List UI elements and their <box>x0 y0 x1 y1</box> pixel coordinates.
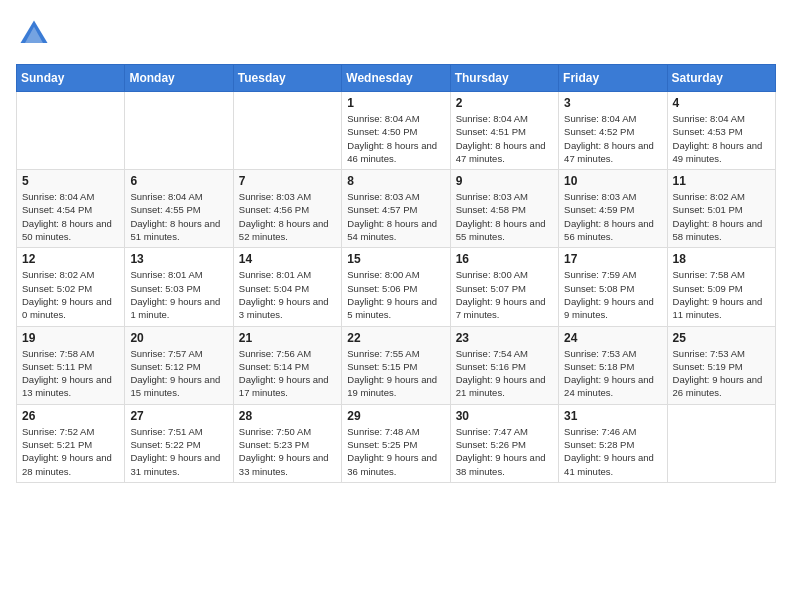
day-cell <box>17 92 125 170</box>
day-number: 21 <box>239 331 336 345</box>
day-cell <box>233 92 341 170</box>
day-number: 17 <box>564 252 661 266</box>
week-row-2: 5Sunrise: 8:04 AMSunset: 4:54 PMDaylight… <box>17 170 776 248</box>
day-cell <box>667 404 775 482</box>
column-header-saturday: Saturday <box>667 65 775 92</box>
day-number: 10 <box>564 174 661 188</box>
day-info: Sunrise: 7:58 AMSunset: 5:09 PMDaylight:… <box>673 268 770 321</box>
day-number: 13 <box>130 252 227 266</box>
day-cell: 18Sunrise: 7:58 AMSunset: 5:09 PMDayligh… <box>667 248 775 326</box>
logo-icon <box>16 16 52 52</box>
day-cell: 14Sunrise: 8:01 AMSunset: 5:04 PMDayligh… <box>233 248 341 326</box>
day-cell: 8Sunrise: 8:03 AMSunset: 4:57 PMDaylight… <box>342 170 450 248</box>
day-info: Sunrise: 7:48 AMSunset: 5:25 PMDaylight:… <box>347 425 444 478</box>
day-cell: 11Sunrise: 8:02 AMSunset: 5:01 PMDayligh… <box>667 170 775 248</box>
day-cell: 17Sunrise: 7:59 AMSunset: 5:08 PMDayligh… <box>559 248 667 326</box>
day-info: Sunrise: 8:03 AMSunset: 4:58 PMDaylight:… <box>456 190 553 243</box>
day-cell: 6Sunrise: 8:04 AMSunset: 4:55 PMDaylight… <box>125 170 233 248</box>
day-cell: 16Sunrise: 8:00 AMSunset: 5:07 PMDayligh… <box>450 248 558 326</box>
day-info: Sunrise: 8:03 AMSunset: 4:57 PMDaylight:… <box>347 190 444 243</box>
day-info: Sunrise: 7:46 AMSunset: 5:28 PMDaylight:… <box>564 425 661 478</box>
day-info: Sunrise: 7:57 AMSunset: 5:12 PMDaylight:… <box>130 347 227 400</box>
day-number: 20 <box>130 331 227 345</box>
day-info: Sunrise: 8:04 AMSunset: 4:54 PMDaylight:… <box>22 190 119 243</box>
day-cell: 25Sunrise: 7:53 AMSunset: 5:19 PMDayligh… <box>667 326 775 404</box>
column-header-friday: Friday <box>559 65 667 92</box>
day-info: Sunrise: 8:03 AMSunset: 4:59 PMDaylight:… <box>564 190 661 243</box>
day-number: 15 <box>347 252 444 266</box>
day-cell: 7Sunrise: 8:03 AMSunset: 4:56 PMDaylight… <box>233 170 341 248</box>
day-cell: 20Sunrise: 7:57 AMSunset: 5:12 PMDayligh… <box>125 326 233 404</box>
day-cell: 29Sunrise: 7:48 AMSunset: 5:25 PMDayligh… <box>342 404 450 482</box>
day-number: 26 <box>22 409 119 423</box>
day-number: 19 <box>22 331 119 345</box>
column-header-tuesday: Tuesday <box>233 65 341 92</box>
day-info: Sunrise: 7:55 AMSunset: 5:15 PMDaylight:… <box>347 347 444 400</box>
day-cell: 10Sunrise: 8:03 AMSunset: 4:59 PMDayligh… <box>559 170 667 248</box>
day-info: Sunrise: 7:53 AMSunset: 5:18 PMDaylight:… <box>564 347 661 400</box>
day-cell: 26Sunrise: 7:52 AMSunset: 5:21 PMDayligh… <box>17 404 125 482</box>
week-row-4: 19Sunrise: 7:58 AMSunset: 5:11 PMDayligh… <box>17 326 776 404</box>
day-cell: 19Sunrise: 7:58 AMSunset: 5:11 PMDayligh… <box>17 326 125 404</box>
day-cell: 5Sunrise: 8:04 AMSunset: 4:54 PMDaylight… <box>17 170 125 248</box>
day-cell: 31Sunrise: 7:46 AMSunset: 5:28 PMDayligh… <box>559 404 667 482</box>
day-number: 24 <box>564 331 661 345</box>
week-row-1: 1Sunrise: 8:04 AMSunset: 4:50 PMDaylight… <box>17 92 776 170</box>
day-info: Sunrise: 7:54 AMSunset: 5:16 PMDaylight:… <box>456 347 553 400</box>
day-cell: 30Sunrise: 7:47 AMSunset: 5:26 PMDayligh… <box>450 404 558 482</box>
day-cell: 21Sunrise: 7:56 AMSunset: 5:14 PMDayligh… <box>233 326 341 404</box>
day-number: 1 <box>347 96 444 110</box>
day-info: Sunrise: 7:51 AMSunset: 5:22 PMDaylight:… <box>130 425 227 478</box>
day-cell: 13Sunrise: 8:01 AMSunset: 5:03 PMDayligh… <box>125 248 233 326</box>
calendar-header-row: SundayMondayTuesdayWednesdayThursdayFrid… <box>17 65 776 92</box>
day-info: Sunrise: 8:04 AMSunset: 4:53 PMDaylight:… <box>673 112 770 165</box>
day-info: Sunrise: 8:01 AMSunset: 5:04 PMDaylight:… <box>239 268 336 321</box>
day-cell: 9Sunrise: 8:03 AMSunset: 4:58 PMDaylight… <box>450 170 558 248</box>
day-info: Sunrise: 7:58 AMSunset: 5:11 PMDaylight:… <box>22 347 119 400</box>
day-number: 16 <box>456 252 553 266</box>
day-number: 2 <box>456 96 553 110</box>
day-number: 3 <box>564 96 661 110</box>
week-row-5: 26Sunrise: 7:52 AMSunset: 5:21 PMDayligh… <box>17 404 776 482</box>
page-header <box>16 16 776 52</box>
column-header-thursday: Thursday <box>450 65 558 92</box>
day-cell: 22Sunrise: 7:55 AMSunset: 5:15 PMDayligh… <box>342 326 450 404</box>
day-number: 31 <box>564 409 661 423</box>
day-number: 7 <box>239 174 336 188</box>
day-cell: 28Sunrise: 7:50 AMSunset: 5:23 PMDayligh… <box>233 404 341 482</box>
day-cell: 24Sunrise: 7:53 AMSunset: 5:18 PMDayligh… <box>559 326 667 404</box>
day-cell: 1Sunrise: 8:04 AMSunset: 4:50 PMDaylight… <box>342 92 450 170</box>
day-number: 5 <box>22 174 119 188</box>
logo <box>16 16 56 52</box>
day-info: Sunrise: 8:04 AMSunset: 4:51 PMDaylight:… <box>456 112 553 165</box>
day-number: 27 <box>130 409 227 423</box>
day-number: 4 <box>673 96 770 110</box>
day-info: Sunrise: 7:47 AMSunset: 5:26 PMDaylight:… <box>456 425 553 478</box>
day-number: 23 <box>456 331 553 345</box>
day-number: 6 <box>130 174 227 188</box>
day-info: Sunrise: 7:53 AMSunset: 5:19 PMDaylight:… <box>673 347 770 400</box>
day-number: 11 <box>673 174 770 188</box>
day-number: 8 <box>347 174 444 188</box>
day-info: Sunrise: 8:00 AMSunset: 5:07 PMDaylight:… <box>456 268 553 321</box>
day-info: Sunrise: 7:59 AMSunset: 5:08 PMDaylight:… <box>564 268 661 321</box>
column-header-sunday: Sunday <box>17 65 125 92</box>
day-cell: 23Sunrise: 7:54 AMSunset: 5:16 PMDayligh… <box>450 326 558 404</box>
day-number: 14 <box>239 252 336 266</box>
day-info: Sunrise: 8:04 AMSunset: 4:50 PMDaylight:… <box>347 112 444 165</box>
day-info: Sunrise: 7:52 AMSunset: 5:21 PMDaylight:… <box>22 425 119 478</box>
day-info: Sunrise: 8:02 AMSunset: 5:02 PMDaylight:… <box>22 268 119 321</box>
week-row-3: 12Sunrise: 8:02 AMSunset: 5:02 PMDayligh… <box>17 248 776 326</box>
day-info: Sunrise: 7:50 AMSunset: 5:23 PMDaylight:… <box>239 425 336 478</box>
column-header-monday: Monday <box>125 65 233 92</box>
day-cell: 15Sunrise: 8:00 AMSunset: 5:06 PMDayligh… <box>342 248 450 326</box>
day-number: 18 <box>673 252 770 266</box>
day-number: 12 <box>22 252 119 266</box>
day-number: 30 <box>456 409 553 423</box>
day-info: Sunrise: 8:04 AMSunset: 4:52 PMDaylight:… <box>564 112 661 165</box>
day-info: Sunrise: 8:02 AMSunset: 5:01 PMDaylight:… <box>673 190 770 243</box>
day-number: 29 <box>347 409 444 423</box>
day-info: Sunrise: 8:01 AMSunset: 5:03 PMDaylight:… <box>130 268 227 321</box>
day-cell: 3Sunrise: 8:04 AMSunset: 4:52 PMDaylight… <box>559 92 667 170</box>
day-number: 9 <box>456 174 553 188</box>
